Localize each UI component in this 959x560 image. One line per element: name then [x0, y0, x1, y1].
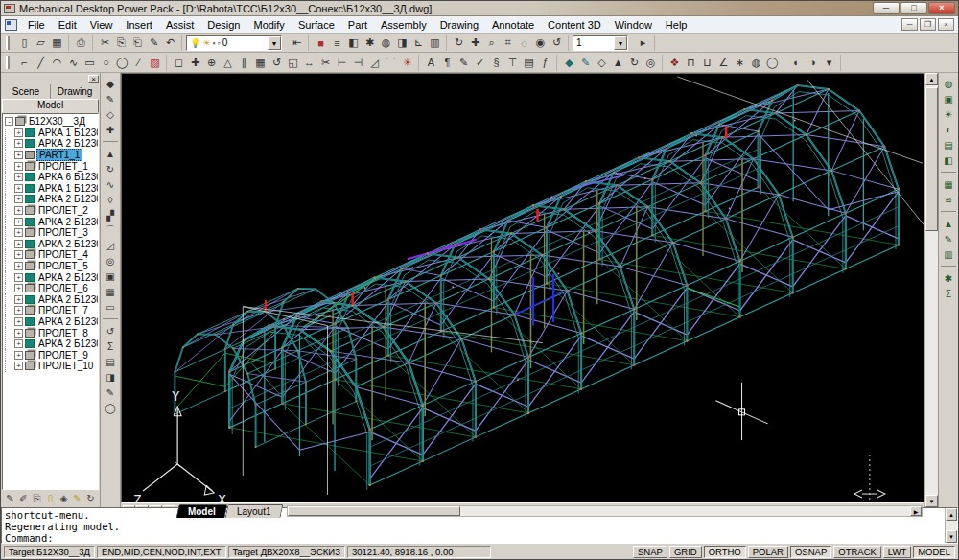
tree-expand-icon[interactable]: +: [14, 317, 23, 326]
assembly-catalog-icon[interactable]: ❖: [667, 55, 683, 71]
render-preferences-icon[interactable]: ✱: [941, 270, 957, 286]
more-tools-icon[interactable]: ▾: [821, 55, 837, 71]
scene-icon[interactable]: ◍: [748, 55, 764, 71]
status-toggle-lwt[interactable]: LWT: [883, 546, 911, 558]
hscroll-right-arrow-icon[interactable]: ▶: [910, 506, 922, 516]
plot-icon[interactable]: ⎙: [73, 35, 89, 51]
layer-previous-icon[interactable]: ⇤: [289, 35, 305, 51]
tree-item[interactable]: +АРКА 2 Б1230_2: [5, 194, 98, 205]
tree-expand-icon[interactable]: +: [14, 151, 23, 159]
fillet-icon[interactable]: ⌒: [383, 55, 399, 71]
mdi-restore-button[interactable]: ❐: [920, 18, 936, 31]
drawing-layout-icon[interactable]: ▤: [103, 354, 119, 369]
render-scene-icon[interactable]: ◍: [941, 76, 957, 91]
tree-item[interactable]: +АРКА 2 Б1230_7: [5, 294, 98, 306]
table-icon[interactable]: ▤: [521, 55, 537, 71]
menu-item-surface[interactable]: Surface: [292, 17, 341, 33]
open-file-icon[interactable]: ▱: [33, 35, 49, 51]
balloon-view-icon[interactable]: ◯: [103, 400, 119, 415]
menu-item-part[interactable]: Part: [341, 17, 374, 33]
tree-expand-icon[interactable]: +: [14, 240, 23, 248]
new-sketch-icon[interactable]: ✎: [577, 55, 594, 71]
tree-expand-icon[interactable]: +: [14, 228, 23, 237]
new-part-icon[interactable]: ◆: [561, 55, 577, 71]
tree-item[interactable]: +АРКА 2 Б1230_8: [5, 316, 98, 328]
new-drawing-view-icon[interactable]: ◨: [103, 369, 119, 385]
selection-dropdown[interactable]: 1▼: [573, 35, 628, 51]
tree-item[interactable]: +ПРОЛЕТ_8: [5, 327, 98, 338]
menu-item-view[interactable]: View: [83, 17, 120, 33]
3d-orbit-icon[interactable]: ↻: [451, 35, 467, 51]
profile-icon[interactable]: ◇: [594, 55, 610, 71]
toolbar-grip[interactable]: [6, 56, 10, 69]
tree-item[interactable]: +АРКА 6 Б1230_1: [5, 172, 98, 183]
menu-item-edit[interactable]: Edit: [52, 17, 83, 33]
tree-item[interactable]: +PART1_1: [5, 150, 98, 161]
save-icon[interactable]: ▦: [49, 35, 65, 51]
spline-icon[interactable]: ∿: [65, 55, 82, 71]
tree-expand-icon[interactable]: +: [14, 362, 23, 370]
menu-item-window[interactable]: Window: [608, 17, 659, 33]
delete-icon[interactable]: ▯: [44, 491, 57, 505]
chamfer-icon[interactable]: ◿: [366, 55, 383, 71]
sketch-line-icon[interactable]: ∕: [130, 55, 147, 71]
menu-item-drawing[interactable]: Drawing: [433, 17, 485, 33]
mate-constraint-icon[interactable]: ⊓: [683, 55, 699, 71]
work-plane-icon[interactable]: ▭: [103, 299, 119, 315]
layer-lock-icon[interactable]: ▪: [212, 38, 215, 48]
zoom-window-icon[interactable]: ⌗: [500, 35, 516, 51]
zoom-realtime-icon[interactable]: ⌕: [483, 35, 500, 51]
edit-sketch-icon[interactable]: ✎: [4, 491, 16, 505]
tree-expand-icon[interactable]: +: [14, 195, 23, 203]
desktop-browser-icon[interactable]: ◧: [345, 35, 362, 51]
cmd-scroll-up-icon[interactable]: ▲: [946, 508, 957, 521]
tree-item[interactable]: +АРКА 2 Б1230_9: [5, 338, 98, 350]
menu-item-file[interactable]: File: [21, 17, 52, 33]
explode-icon[interactable]: ✳: [399, 55, 415, 71]
menu-item-assist[interactable]: Assist: [159, 17, 200, 33]
status-toggle-otrack[interactable]: OTRACK: [833, 546, 881, 558]
tree-expand-icon[interactable]: +: [14, 295, 23, 304]
line-icon[interactable]: ╱: [33, 55, 49, 71]
tree-item[interactable]: +АРКА 1 Б1230_1: [5, 128, 98, 139]
fillet-feature-icon[interactable]: ⌒: [103, 222, 119, 238]
update-assembly-icon[interactable]: ↻: [84, 491, 97, 505]
tree-item[interactable]: +ПРОЛЕТ_7: [5, 305, 98, 316]
pattern-feature-icon[interactable]: ▦: [103, 284, 119, 299]
toolbar-options-icon[interactable]: ✱: [362, 35, 378, 51]
tree-expand-icon[interactable]: +: [14, 184, 23, 193]
circle-icon[interactable]: ◯: [114, 55, 130, 71]
menu-item-annotate[interactable]: Annotate: [485, 17, 541, 33]
move-icon[interactable]: ✚: [187, 55, 203, 71]
tree-item[interactable]: +АРКА 2 Б1230_3: [5, 216, 98, 227]
tree-expand-icon[interactable]: +: [14, 162, 23, 171]
panel-close-icon[interactable]: ×: [88, 75, 99, 83]
menu-item-insert[interactable]: Insert: [119, 17, 159, 33]
copy-clipboard-icon[interactable]: ⎘: [31, 491, 43, 505]
tree-expand-icon[interactable]: +: [14, 284, 23, 292]
mirror-icon[interactable]: △: [220, 55, 236, 71]
tree-item[interactable]: -Б12X30__3Д: [5, 116, 98, 128]
tree-expand-icon[interactable]: +: [14, 262, 23, 270]
angle-constraint-icon[interactable]: ∠: [715, 55, 732, 71]
combine-icon[interactable]: ◑: [805, 55, 821, 71]
mdi-minimize-button[interactable]: ─: [901, 18, 918, 31]
render-toggle-icon[interactable]: ◍: [378, 35, 394, 51]
tree-item[interactable]: +АРКА 2 Б1230_1: [5, 138, 98, 150]
layer-on-bulb-icon[interactable]: 💡: [190, 38, 200, 48]
shell-feature-icon[interactable]: ▣: [103, 268, 119, 284]
status-toggle-model[interactable]: MODEL: [913, 546, 955, 558]
extrude-icon[interactable]: ▲: [610, 55, 626, 71]
undo-icon[interactable]: ↶: [162, 35, 178, 51]
tab-scene[interactable]: Scene: [2, 84, 51, 99]
trim-icon[interactable]: ✂: [317, 55, 334, 71]
tree-expand-icon[interactable]: +: [14, 306, 23, 315]
cut-icon[interactable]: ✂: [97, 35, 113, 51]
tree-expand-icon[interactable]: -: [5, 117, 13, 126]
object-color-icon[interactable]: ■: [313, 35, 329, 51]
status-toggle-osnap[interactable]: OSNAP: [790, 546, 831, 558]
annotate-view-icon[interactable]: ✎: [103, 385, 119, 400]
materials-icon[interactable]: ◐: [941, 122, 957, 137]
offset-icon[interactable]: ∥: [236, 55, 252, 71]
erase-icon[interactable]: ◻: [171, 55, 187, 71]
